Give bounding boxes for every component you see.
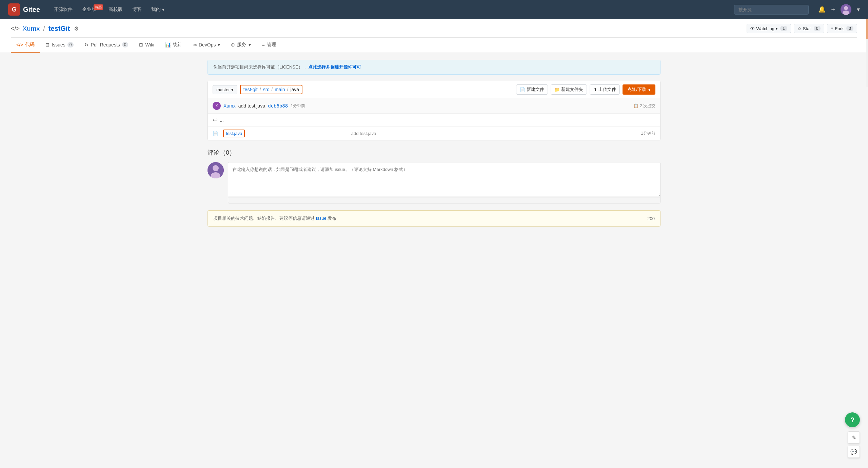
upload-file-button[interactable]: ⬆ 上传文件 [590,84,620,95]
new-file-icon: 📄 [520,87,525,92]
commit-author-name[interactable]: Xumx [223,103,236,109]
repo-owner-link[interactable]: Xumx [22,25,40,33]
file-browser-right: 📄 新建文件 📁 新建文件夹 ⬆ 上传文件 克隆/下载 ▾ [516,84,655,95]
tab-devops-label: DevOps [199,42,216,47]
comments-section: 评论（0） [208,149,660,203]
new-folder-icon: 📁 [554,87,560,92]
new-folder-label: 新建文件夹 [561,86,583,93]
navbar: G Gitee 开源软件 企业版 特惠 高校版 博客 我的 ▾ 🔔 + [0,0,868,19]
commit-count[interactable]: 📋 2 次提交 [633,103,655,109]
fork-label: Fork [835,26,844,31]
nav-open-source[interactable]: 开源软件 [50,4,77,15]
fork-count: 0 [846,26,853,31]
repo-settings-icon-btn[interactable]: ⚙ [73,24,80,33]
comment-input-area [208,162,660,203]
tab-stats-label: 统计 [173,42,182,48]
notification-icon[interactable]: 🔔 [818,6,826,13]
file-list: ↩ ... 📄 test.java add test.java 1分钟前 [208,114,660,140]
tab-wiki[interactable]: ⊞ Wiki [134,38,159,52]
issues-tab-icon: ⊡ [45,42,50,47]
code-tab-icon: </> [16,42,23,47]
file-browser-left: master ▾ test-git / src / main / java [213,85,302,94]
repo-name-link[interactable]: testGit [48,25,70,33]
pr-tab-icon: ↻ [84,42,88,47]
watching-count: 1 [780,26,787,31]
commit-time: 1分钟前 [291,103,305,109]
tab-code-label: 代码 [25,42,35,48]
parent-dir-cell: ↩ ... [213,116,351,124]
commit-info-row: X Xumx add test.java dcb6b88 1分钟前 📋 2 次提… [208,98,660,114]
new-file-button[interactable]: 📄 新建文件 [516,84,548,95]
file-cell: 📄 test.java [213,130,351,137]
commit-hash[interactable]: dcb6b88 [268,103,288,109]
scrollbar[interactable] [866,19,868,87]
tab-devops[interactable]: ∞ DevOps ▾ [188,38,226,52]
comment-box-footer [228,197,660,203]
avatar[interactable] [841,4,851,15]
navbar-nav: 开源软件 企业版 特惠 高校版 博客 我的 ▾ [50,4,725,15]
commit-info-left: X Xumx add test.java dcb6b88 1分钟前 [213,102,305,110]
watching-button[interactable]: 👁 Watching ▾ 1 [747,24,791,33]
branch-dropdown-icon: ▾ [231,87,234,92]
new-file-label: 新建文件 [527,86,544,93]
parent-dir-name[interactable]: ... [220,117,224,123]
site-logo[interactable]: G Gitee [8,3,40,16]
search-container [734,5,809,15]
branch-selector[interactable]: master ▾ [213,85,237,94]
fork-icon: ⑂ [831,26,833,31]
new-folder-button[interactable]: 📁 新建文件夹 [551,84,587,95]
license-create-link[interactable]: 点此选择并创建开源许可可 [308,64,361,70]
add-icon[interactable]: + [831,6,835,14]
nav-blog[interactable]: 博客 [128,4,146,15]
avatar-dropdown-icon[interactable]: ▾ [857,6,860,13]
search-input[interactable] [734,5,809,15]
tab-services-label: 服务 [237,42,246,48]
upload-label: 上传文件 [598,86,616,93]
comment-textarea[interactable] [228,162,660,196]
table-row: 📄 test.java add test.java 1分钟前 [208,127,660,140]
tab-services[interactable]: ⊕ 服务 ▾ [225,38,256,53]
star-button[interactable]: ☆ Star 0 [794,24,825,33]
gitee-logo-icon: G [8,3,20,16]
issue-count: 200 [647,216,655,221]
commit-message: add test.java [238,103,265,109]
star-label: Star [803,26,811,31]
repo-title-row: </> Xumx / testGit ⚙ 👁 Watching ▾ 1 ☆ St… [11,24,857,37]
breadcrumb-part-3: java [290,87,299,92]
main-content: 你当前开源项目尚未选择许可证（LICENSE）， 点此选择并创建开源许可可 ma… [197,53,671,233]
tab-pull-requests[interactable]: ↻ Pull Requests 0 [79,38,134,52]
tab-manage[interactable]: ≡ 管理 [256,38,281,53]
services-dropdown-icon: ▾ [249,42,251,47]
stats-tab-icon: 📊 [165,42,171,47]
tab-issues-label: Issues [52,42,65,47]
nav-enterprise[interactable]: 企业版 特惠 [78,4,103,15]
license-notice-text: 你当前开源项目尚未选择许可证（LICENSE）， [213,64,307,70]
breadcrumb-part-1[interactable]: src [263,87,270,92]
path-sep-0: / [260,87,261,92]
tab-issues[interactable]: ⊡ Issues 0 [40,38,79,52]
watching-label: Watching [756,26,774,31]
commenter-avatar [208,162,224,178]
table-row: ↩ ... [208,114,660,127]
issue-notice: 项目相关的技术问题、缺陷报告、建议等信息请通过 Issue 发布 200 [208,210,660,227]
file-name-link[interactable]: test.java [223,130,245,137]
file-time: 1分钟前 [628,131,655,136]
nav-mine[interactable]: 我的 ▾ [147,4,169,15]
path-sep-1: / [271,87,273,92]
enterprise-badge: 特惠 [94,4,103,10]
clone-download-button[interactable]: 克隆/下载 ▾ [623,84,655,95]
slash-separator: / [43,25,45,33]
tab-stats[interactable]: 📊 统计 [160,38,188,53]
nav-university[interactable]: 高校版 [104,4,127,15]
code-icon: </> [11,25,20,32]
navbar-icons: 🔔 + ▾ [818,4,860,15]
breadcrumb-part-2[interactable]: main [275,87,285,92]
comments-title: 评论（0） [208,149,660,157]
java-file-icon: 📄 [213,131,218,136]
fork-button[interactable]: ⑂ Fork 0 [827,24,857,33]
tab-code[interactable]: </> 代码 [11,38,40,53]
issue-link[interactable]: Issue [316,216,327,221]
breadcrumb-path: test-git / src / main / java [240,85,302,94]
breadcrumb-part-0[interactable]: test-git [243,87,258,92]
clone-label: 克隆/下载 [627,86,646,93]
